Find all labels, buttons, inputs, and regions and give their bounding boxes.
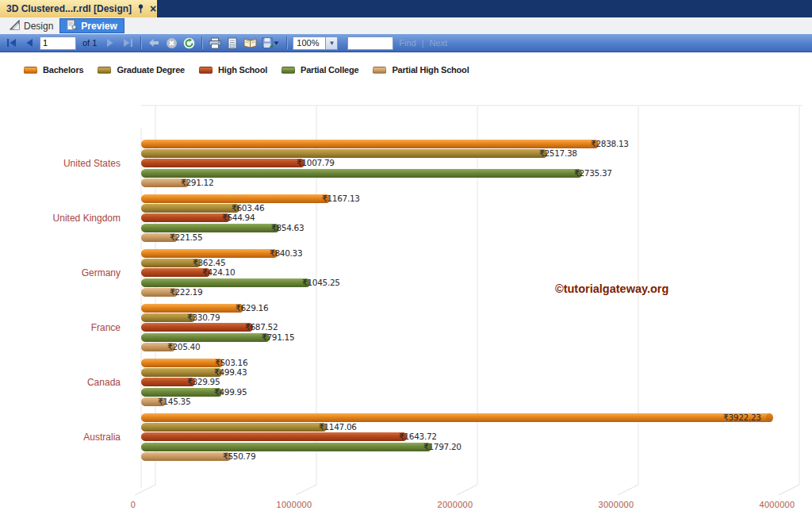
document-tab[interactable]: 3D Clustered...r.rdl [Design] × xyxy=(0,0,157,17)
bar-graduate-degree xyxy=(141,423,326,432)
report-preview-window: 3D Clustered...r.rdl [Design] × Design P… xyxy=(0,0,812,522)
bar-value-label: ₹329.95 xyxy=(187,377,220,386)
pin-icon[interactable] xyxy=(136,4,145,13)
bar-value-label: ₹544.94 xyxy=(222,213,255,222)
bar-bachelors xyxy=(141,359,222,367)
preview-report-icon xyxy=(67,20,77,33)
bar-high-school xyxy=(141,378,194,386)
toolbar-separator xyxy=(201,36,202,49)
bar-partial-college xyxy=(141,169,581,178)
page-setup-button[interactable] xyxy=(243,36,257,50)
page-count-label: of 1 xyxy=(82,38,97,48)
category-label: Germany xyxy=(10,267,121,278)
stop-rendering-button[interactable] xyxy=(164,36,178,50)
print-layout-button[interactable] xyxy=(225,36,239,50)
category-label: Canada xyxy=(10,377,121,388)
bar-value-label: ₹222.19 xyxy=(170,287,202,297)
mode-tab-strip: Design Preview xyxy=(0,17,812,34)
find-text-input[interactable] xyxy=(347,36,393,50)
zoom-dropdown-caret[interactable]: ▼ xyxy=(326,36,338,50)
bar-bachelors xyxy=(141,194,329,203)
bar-value-label: ₹424.10 xyxy=(202,267,235,277)
bar-bachelors xyxy=(141,140,598,148)
bar-value-label: ₹205.40 xyxy=(167,342,200,351)
bar-value-label: ₹840.33 xyxy=(270,248,302,258)
find-link[interactable]: Find xyxy=(399,38,416,48)
bar-value-label: ₹687.52 xyxy=(245,322,278,332)
page-number-input[interactable] xyxy=(40,36,76,50)
bar-value-label: ₹145.35 xyxy=(158,397,190,406)
bar-chart-plot-area: 01000000200000030000004000000United Stat… xyxy=(0,52,812,522)
back-to-parent-button[interactable] xyxy=(147,36,161,50)
bar-value-label: ₹499.95 xyxy=(214,387,247,397)
toolbar-separator xyxy=(286,36,287,49)
bar-value-label: ₹2517.38 xyxy=(539,148,577,158)
bar-partial-college xyxy=(141,443,431,451)
bar-value-label: ₹1167.13 xyxy=(322,194,360,203)
bar-value-label: ₹221.55 xyxy=(170,232,202,242)
x-axis-tick-label: 2000000 xyxy=(438,500,473,509)
first-page-button[interactable] xyxy=(5,36,19,50)
bar-graduate-degree xyxy=(141,313,194,322)
bar-partial-college xyxy=(141,278,309,287)
bar-value-label: ₹550.79 xyxy=(223,451,255,461)
bar-bachelors xyxy=(141,249,277,258)
next-page-button[interactable] xyxy=(103,36,117,50)
bar-value-label: ₹2735.37 xyxy=(574,168,612,178)
report-viewer-toolbar: of 1 100% xyxy=(0,34,812,52)
bar-high-school xyxy=(141,268,209,277)
bar-value-label: ₹603.46 xyxy=(232,203,264,213)
bar-partial-college xyxy=(141,333,269,342)
tab-preview[interactable]: Preview xyxy=(59,18,124,33)
bar-value-label: ₹3922.23 xyxy=(723,413,761,422)
export-button[interactable] xyxy=(260,36,281,50)
export-dropdown-caret xyxy=(274,41,279,45)
close-icon[interactable]: × xyxy=(150,3,156,14)
last-page-button[interactable] xyxy=(121,36,135,50)
bar-high-school xyxy=(141,213,229,222)
tab-design[interactable]: Design xyxy=(3,18,59,33)
bar-end-cap xyxy=(766,413,773,422)
bar-value-label: ₹503.16 xyxy=(215,358,247,367)
bar-high-school xyxy=(141,159,304,167)
bar-partial-college xyxy=(141,224,278,232)
bar-partial-college xyxy=(141,388,221,397)
bar-partial-high-school xyxy=(141,452,230,461)
toolbar-separator xyxy=(140,36,141,49)
document-tab-title: 3D Clustered...r.rdl [Design] xyxy=(6,3,132,14)
bar-value-label: ₹1045.25 xyxy=(302,278,340,287)
category-label: United Kingdom xyxy=(10,213,121,224)
previous-page-button[interactable] xyxy=(22,36,36,50)
report-canvas: BachelorsGraduate DegreeHigh SchoolParti… xyxy=(0,52,812,522)
zoom-select[interactable]: 100% ▼ xyxy=(293,36,338,50)
bar-bachelors xyxy=(141,413,772,422)
category-label: United States xyxy=(10,158,121,169)
watermark-text: ©tutorialgateway.org xyxy=(555,282,668,295)
print-button[interactable] xyxy=(208,36,222,50)
bar-graduate-degree xyxy=(141,204,239,213)
bar-value-label: ₹291.12 xyxy=(181,178,213,187)
design-tab-label: Design xyxy=(24,21,53,32)
preview-tab-label: Preview xyxy=(81,21,117,32)
refresh-button[interactable] xyxy=(182,36,196,50)
bar-graduate-degree xyxy=(141,149,546,158)
next-link[interactable]: Next xyxy=(429,38,447,48)
bar-value-label: ₹2838.13 xyxy=(591,139,629,148)
bar-value-label: ₹1643.72 xyxy=(399,432,437,441)
x-axis-tick-label: 1000000 xyxy=(277,500,312,509)
bar-value-label: ₹791.15 xyxy=(262,332,294,342)
bar-graduate-degree xyxy=(141,368,221,377)
find-next-divider: | xyxy=(422,39,424,48)
bar-value-label: ₹362.45 xyxy=(193,258,225,267)
bar-high-school xyxy=(141,432,406,441)
category-label: Australia xyxy=(10,432,121,443)
bar-value-label: ₹1147.06 xyxy=(319,422,357,432)
bar-value-label: ₹499.43 xyxy=(214,367,247,377)
x-axis-tick-label: 3000000 xyxy=(599,500,634,509)
chart-gridlines xyxy=(0,52,812,522)
window-titlebar: 3D Clustered...r.rdl [Design] × xyxy=(0,0,812,17)
bar-value-label: ₹629.16 xyxy=(236,303,268,313)
bar-graduate-degree xyxy=(141,259,200,267)
bar-value-label: ₹854.63 xyxy=(271,223,304,232)
bar-value-label: ₹1007.79 xyxy=(297,158,335,167)
